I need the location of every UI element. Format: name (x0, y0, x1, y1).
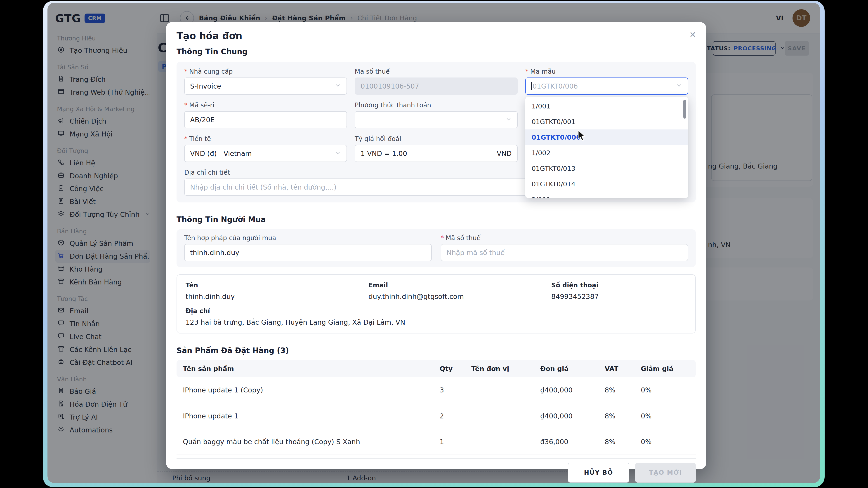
section-buyer-info: Thông Tin Người Mua (177, 215, 696, 224)
serial-input[interactable]: AB/20E (184, 111, 347, 128)
serial-field: *Mã sê-ri AB/20E (184, 101, 347, 128)
currency-field: *Tiền tệ VND (đ) - Vietnam (184, 135, 347, 162)
dropdown-option[interactable]: 01GTKT0/013 (525, 161, 688, 176)
modal-footer: HỦY BỎ TẠO MỚI (177, 458, 696, 483)
buyer-tax-field: *Mã số thuế Nhập mã số thuế (441, 234, 688, 261)
tax-code-field: Mã số thuế 0100109106-507 (355, 68, 518, 95)
scrollbar-thumb[interactable] (683, 100, 686, 119)
cancel-button[interactable]: HỦY BỎ (568, 463, 629, 483)
table-row: IPhone update 1 2 ₫400,000 8% 0% (177, 403, 696, 429)
table-header-row: Tên sản phẩm Qty Tên đơn vị Đơn giá VAT … (177, 360, 696, 377)
buyer-phone-block: Số điện thoại 84993452387 (551, 282, 687, 300)
mouse-cursor (577, 129, 587, 144)
desktop-gradient-frame: GTG CRM Thương Hiệu Tạo Thương Hiệu Tài … (43, 1, 825, 487)
dropdown-option[interactable]: 1/002 (525, 145, 688, 161)
section-ordered-products: Sản Phẩm Đã Đặt Hàng (3) (177, 346, 696, 355)
section-general-info: Thông Tin Chung (177, 47, 696, 56)
create-button[interactable]: TẠO MỚI (635, 463, 696, 483)
required-asterisk: * (184, 101, 187, 109)
dropdown-option[interactable]: 01GTKT0/001 (525, 114, 688, 129)
buyer-email-block: Email duy.thinh.dinh@gtgsoft.com (368, 282, 551, 300)
chevron-down-icon (335, 82, 341, 90)
text-caret (531, 82, 532, 90)
payment-method-field: Phương thức thanh toán (355, 101, 518, 128)
general-info-card: *Nhà cung cấp S-Invoice Mã số thuế 01001… (177, 62, 696, 202)
products-table: Tên sản phẩm Qty Tên đơn vị Đơn giá VAT … (177, 360, 696, 455)
required-asterisk: * (184, 135, 187, 142)
buyer-legal-name-field: Tên hợp pháp của người mua thinh.dinh.du… (184, 234, 432, 261)
app-window: GTG CRM Thương Hiệu Tạo Thương Hiệu Tài … (48, 3, 820, 483)
exchange-rate-input[interactable]: 1 VND = 1.00 VND (355, 145, 518, 162)
tax-code-input: 0100109106-507 (355, 77, 518, 95)
buyer-address-block: Địa chỉ 123 hai bà trưng, Bắc Giang, Huy… (186, 307, 687, 326)
table-row: IPhone update 1 (Copy) 3 ₫400,000 8% 0% (177, 377, 696, 403)
chevron-down-icon (505, 116, 512, 124)
chevron-down-icon (676, 82, 682, 90)
buyer-info-card: Tên hợp pháp của người mua thinh.dinh.du… (177, 229, 696, 267)
dropdown-option-partial[interactable]: 2/001 (525, 192, 688, 198)
buyer-name-block: Tên thinh.dinh.duy (186, 282, 368, 300)
dropdown-option[interactable]: 1/001 (525, 98, 688, 114)
template-code-field: *Mã mẫu 01GTKT0/006 1/001 01GTKT0/001 01… (525, 68, 688, 95)
close-icon[interactable]: ✕ (689, 31, 696, 39)
chevron-down-icon (335, 150, 341, 158)
dropdown-option[interactable]: 01GTKT0/014 (525, 176, 688, 192)
supplier-select[interactable]: S-Invoice (184, 77, 347, 95)
exchange-rate-field: Tỷ giá hối đoái 1 VND = 1.00 VND (355, 135, 518, 162)
dropdown-option-selected[interactable]: 01GTKT0/006 (525, 129, 688, 145)
modal-title: Tạo hóa đơn (177, 30, 696, 41)
template-code-dropdown: 1/001 01GTKT0/001 01GTKT0/006 1/002 01GT… (525, 97, 688, 198)
buyer-legal-name-input[interactable]: thinh.dinh.duy (184, 244, 432, 261)
required-asterisk: * (525, 68, 528, 75)
table-row: Quần baggy màu be chất liệu thoáng (Copy… (177, 429, 696, 455)
buyer-tax-input[interactable]: Nhập mã số thuế (441, 244, 688, 261)
required-asterisk: * (441, 234, 444, 242)
currency-select[interactable]: VND (đ) - Vietnam (184, 145, 347, 162)
buyer-summary-card: Tên thinh.dinh.duy Email duy.thinh.dinh@… (177, 274, 696, 333)
supplier-field: *Nhà cung cấp S-Invoice (184, 68, 347, 95)
template-code-select[interactable]: 01GTKT0/006 (525, 77, 688, 95)
payment-method-select[interactable] (355, 111, 518, 128)
create-invoice-modal: Tạo hóa đơn ✕ Thông Tin Chung *Nhà cung … (166, 22, 706, 469)
required-asterisk: * (184, 68, 187, 75)
currency-suffix: VND (497, 150, 512, 158)
